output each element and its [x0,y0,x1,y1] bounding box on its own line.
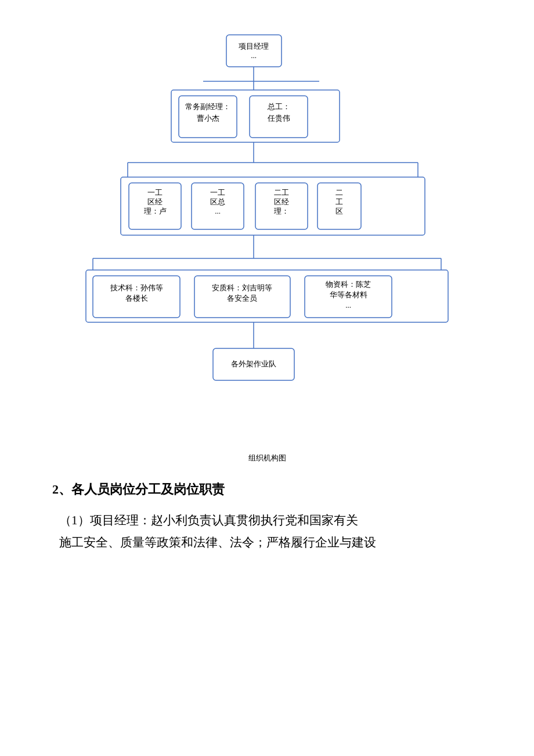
svg-text:二工: 二工 [274,188,289,197]
section-title: 2、各人员岗位分工及岗位职责 [35,481,499,498]
svg-text:一工: 一工 [147,188,163,197]
svg-text:任贵伟: 任贵伟 [267,114,290,123]
svg-text:一工: 一工 [210,188,225,197]
svg-text:工: 工 [335,197,343,206]
svg-text:物资科：陈芝: 物资科：陈芝 [326,280,371,289]
svg-text:技术科：孙伟等: 技术科：孙伟等 [110,283,163,292]
chart-caption: 组织机构图 [35,453,499,463]
svg-text:...: ... [215,207,221,215]
svg-text:各楼长: 各楼长 [125,294,148,303]
svg-text:各外架作业队: 各外架作业队 [231,359,276,368]
paragraph-1: （1）项目经理：赵小利负责认真贯彻执行党和国家有关 [35,510,499,532]
svg-text:二: 二 [335,188,343,197]
svg-text:区经: 区经 [274,197,289,206]
svg-text:常务副经理：: 常务副经理： [185,102,230,111]
svg-text:理：卢: 理：卢 [144,207,167,215]
svg-text:项目经理: 项目经理 [239,42,269,51]
svg-text:...: ... [345,301,351,309]
svg-text:安质科：刘吉明等: 安质科：刘吉明等 [212,283,272,292]
svg-text:各安全员: 各安全员 [227,294,257,303]
svg-text:区经: 区经 [147,197,163,206]
svg-text:区: 区 [335,207,343,215]
svg-text:总工：: 总工： [267,102,290,111]
svg-text:区总: 区总 [210,197,225,206]
svg-text:理：: 理： [274,207,289,215]
paragraph-2: 施工安全、质量等政策和法律、法令；严格履行企业与建设 [35,532,499,554]
org-chart-container: .box { fill: white; stroke: #4472C4; str… [35,23,499,441]
svg-text:华等各材料: 华等各材料 [330,290,367,299]
svg-text:...: ... [251,51,257,60]
svg-text:曹小杰: 曹小杰 [197,114,219,123]
